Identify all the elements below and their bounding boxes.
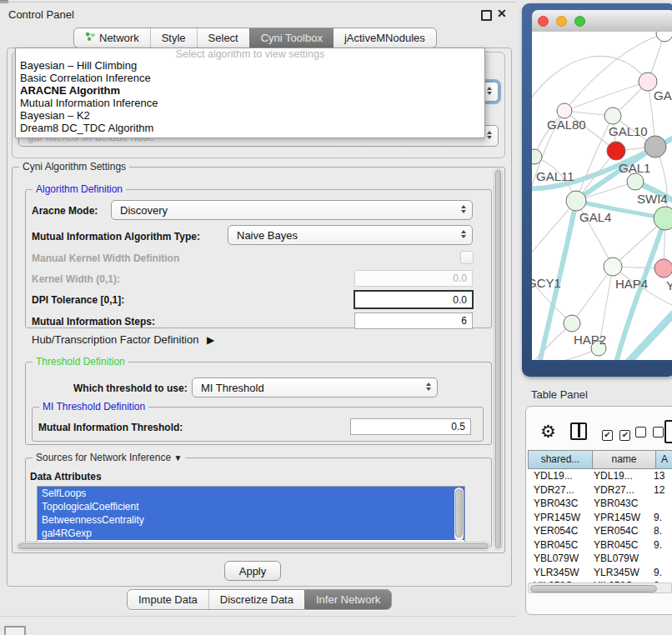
table-row[interactable]: YLR345WYLR345W9.: [528, 566, 672, 580]
table-row[interactable]: YBL079WYBL079W: [528, 552, 672, 566]
close-icon[interactable]: ✕: [497, 8, 507, 18]
threshold-definition-title: Threshold Definition: [33, 356, 128, 368]
attribute-list-item[interactable]: gal4RGexp: [38, 527, 464, 540]
algorithm-dropdown-list: Select algorithm to view settings Bayesi…: [15, 48, 485, 138]
settings-hscrollbar[interactable]: [17, 542, 490, 551]
tab-network[interactable]: Network: [74, 28, 150, 48]
mac-close-icon[interactable]: [538, 16, 549, 27]
float-window-icon[interactable]: [481, 10, 492, 21]
mac-zoom-icon[interactable]: [574, 16, 585, 27]
network-node[interactable]: [557, 103, 572, 118]
unchecked-box-icon: [653, 427, 664, 438]
export-table-icon[interactable]: [664, 420, 672, 443]
table-cell: 13: [651, 469, 672, 483]
network-node-label: HAP2: [574, 332, 606, 347]
attributes-scrollbar-thumb[interactable]: [455, 489, 463, 538]
apply-button[interactable]: Apply: [224, 561, 281, 581]
aracne-mode-select[interactable]: Discovery: [111, 200, 473, 220]
checked-box-icon: ✔: [602, 430, 613, 441]
algorithm-option[interactable]: Mutual Information Inference: [16, 97, 484, 109]
network-node[interactable]: [604, 108, 621, 124]
attribute-list-item[interactable]: SelfLoops: [38, 487, 464, 500]
which-threshold-select[interactable]: MI Threshold: [192, 378, 438, 398]
control-panel-tab-bar: NetworkStyleSelectCyni ToolboxjActiveMNo…: [73, 28, 437, 48]
attributes-scrollbar[interactable]: [454, 488, 464, 541]
tab-style[interactable]: Style: [150, 28, 197, 48]
algorithm-option[interactable]: Basic Correlation Inference: [16, 72, 484, 84]
select-all-columns-icon[interactable]: ✔ ✔: [602, 426, 630, 441]
tab-discretize-data[interactable]: Discretize Data: [208, 590, 304, 609]
algorithm-option[interactable]: Dream8 DC_TDC Algorithm: [16, 122, 484, 134]
manual-kernel-checkbox[interactable]: [460, 251, 474, 264]
network-node-label: GAL4: [579, 210, 611, 224]
column-header-name[interactable]: name: [592, 450, 656, 469]
network-node[interactable]: [604, 258, 622, 276]
combo-arrows-icon: [487, 131, 492, 139]
network-node[interactable]: [564, 315, 580, 332]
table-hscrollbar-thumb[interactable]: [530, 585, 657, 592]
tab-infer-network[interactable]: Infer Network: [304, 590, 391, 609]
tab-impute-data[interactable]: Impute Data: [128, 590, 208, 609]
table-header: shared... name A: [528, 450, 672, 469]
gear-icon[interactable]: ⚙: [540, 422, 556, 440]
network-view-frame[interactable]: GALGAL80GAL10GAL1GAL11SWI4GAL4GCY1HAP4YH…: [522, 3, 672, 377]
network-edge[interactable]: [572, 267, 613, 323]
tab-label: Impute Data: [138, 593, 198, 606]
minimized-panel-icon[interactable]: [4, 626, 26, 635]
table-hscrollbar[interactable]: [528, 582, 672, 593]
network-node-label: GAL10: [609, 124, 648, 138]
attribute-list-item[interactable]: BetweennessCentrality: [38, 513, 464, 527]
kernel-width-field[interactable]: [354, 270, 473, 287]
network-canvas[interactable]: GALGAL80GAL10GAL1GAL11SWI4GAL4GCY1HAP4YH…: [532, 32, 672, 360]
hub-definition-label: Hub/Transcription Factor Definition: [32, 333, 198, 346]
network-node-label: GAL11: [536, 169, 574, 183]
network-edge[interactable]: [629, 312, 672, 360]
table-row[interactable]: YBR045CYBR045C9.: [528, 538, 672, 552]
settings-vscrollbar[interactable]: [494, 168, 503, 550]
table-cell: YDR27...: [528, 483, 590, 498]
network-window-titlebar[interactable]: [532, 10, 672, 32]
dpi-tolerance-field[interactable]: [354, 290, 474, 309]
column-header-partial[interactable]: A: [655, 450, 672, 469]
application-window: Control Panel ✕ NetworkStyleSelectCyni T…: [0, 0, 672, 635]
network-edge[interactable]: [564, 33, 664, 111]
tab-cyni-toolbox[interactable]: Cyni Toolbox: [249, 28, 333, 48]
hub-definition-toggle[interactable]: Hub/Transcription Factor Definition ▶: [32, 333, 214, 346]
settings-vscrollbar-thumb[interactable]: [495, 170, 501, 548]
network-edge[interactable]: [532, 56, 648, 112]
tab-jactivemnodules[interactable]: jActiveMNodules: [333, 28, 436, 48]
mi-steps-field[interactable]: [354, 312, 473, 329]
algorithm-option[interactable]: Bayesian – Hill Climbing: [16, 59, 484, 72]
network-node[interactable]: [654, 259, 672, 278]
table-row[interactable]: YER054CYER054C8.: [528, 524, 672, 538]
algorithm-option[interactable]: ARACNE Algorithm: [16, 84, 484, 97]
network-node[interactable]: [656, 32, 672, 42]
table-cell: YPR145W: [528, 511, 590, 525]
cyni-mode-tab-bar: Impute DataDiscretize DataInfer Network: [127, 589, 392, 610]
deselect-all-columns-icon[interactable]: [635, 426, 664, 441]
network-node[interactable]: [607, 142, 625, 160]
combo-arrows-icon: [487, 87, 492, 95]
column-header-shared-name[interactable]: shared...: [528, 450, 593, 469]
which-threshold-label: Which threshold to use:: [73, 382, 188, 394]
table-cell: YER054C: [528, 524, 590, 538]
table-row[interactable]: YBR043CYBR043C: [528, 497, 672, 511]
tab-label: Select: [208, 32, 238, 44]
attribute-list-item[interactable]: TopologicalCoefficient: [38, 500, 464, 513]
mi-threshold-field[interactable]: [350, 418, 471, 435]
table-row[interactable]: YDL19...YDL19...13: [528, 469, 672, 483]
settings-hscrollbar-thumb[interactable]: [18, 543, 489, 549]
table-cell: 9.: [651, 511, 672, 525]
algorithm-option[interactable]: Bayesian – K2: [16, 109, 484, 122]
network-node[interactable]: [566, 191, 586, 211]
tab-label: Style: [162, 32, 186, 44]
tab-select[interactable]: Select: [197, 28, 249, 48]
mi-algorithm-type-select[interactable]: Naive Bayes: [228, 225, 473, 245]
table-row[interactable]: YDR27...YDR27...12: [528, 483, 672, 498]
expanded-arrow-icon[interactable]: ▼: [173, 453, 182, 462]
mac-minimize-icon[interactable]: [556, 16, 567, 27]
network-node[interactable]: [627, 173, 644, 190]
split-columns-icon[interactable]: [570, 422, 587, 440]
network-node[interactable]: [644, 136, 666, 158]
table-row[interactable]: YPR145WYPR145W9.: [528, 511, 672, 525]
